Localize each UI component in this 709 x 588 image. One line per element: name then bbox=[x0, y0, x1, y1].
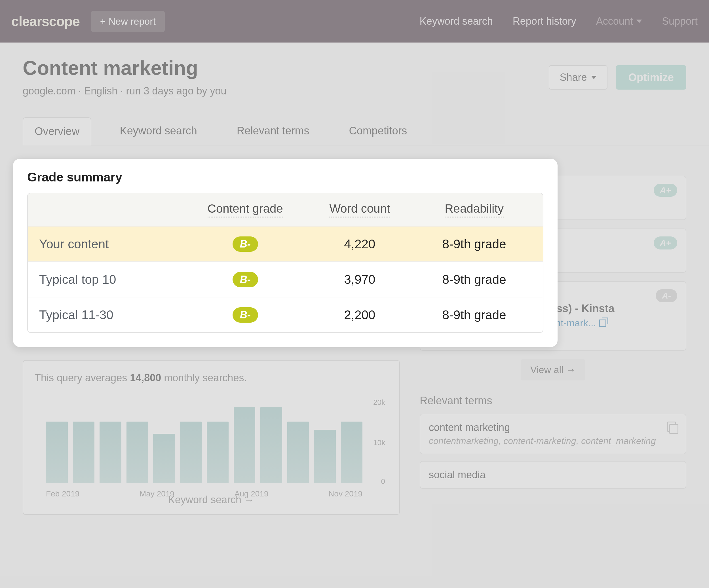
term-main: social media bbox=[429, 469, 677, 481]
chart-caption-value: 14,800 bbox=[130, 372, 161, 383]
tab-keyword-search[interactable]: Keyword search bbox=[108, 117, 208, 145]
grade-summary-title: Grade summary bbox=[27, 170, 543, 184]
y-tick: 20k bbox=[373, 398, 385, 407]
chart-bar bbox=[234, 407, 256, 483]
nav-support[interactable]: Support bbox=[662, 15, 698, 27]
row-word-count: 3,970 bbox=[303, 272, 417, 287]
table-row: Typical top 10B-3,9708-9th grade bbox=[28, 261, 543, 297]
view-all-button[interactable]: View all bbox=[521, 359, 585, 380]
chart-bar bbox=[100, 422, 122, 483]
chart-bar bbox=[180, 422, 202, 483]
chart-bar bbox=[341, 422, 363, 483]
row-word-count: 4,220 bbox=[303, 237, 417, 251]
chart-bar bbox=[260, 407, 282, 483]
col-readability[interactable]: Readability bbox=[445, 202, 504, 217]
y-tick: 0 bbox=[381, 477, 385, 486]
grade-pill: A+ bbox=[654, 236, 677, 249]
top-nav: clearscope + New report Keyword search R… bbox=[0, 0, 709, 43]
share-label: Share bbox=[559, 72, 587, 83]
grade-badge: B- bbox=[233, 272, 258, 287]
chevron-down-icon bbox=[591, 76, 597, 79]
table-row: Typical 11-30B-2,2008-9th grade bbox=[28, 297, 543, 332]
grade-badge: B- bbox=[233, 236, 258, 252]
row-grade: B- bbox=[188, 272, 303, 287]
tab-relevant-terms[interactable]: Relevant terms bbox=[226, 117, 321, 145]
meta-lang: English bbox=[84, 85, 117, 97]
col-word-count[interactable]: Word count bbox=[329, 202, 390, 217]
grade-pill: A- bbox=[656, 289, 677, 302]
chart-caption-suffix: monthly searches. bbox=[161, 372, 247, 383]
row-word-count: 2,200 bbox=[303, 308, 417, 322]
chevron-down-icon bbox=[636, 20, 642, 23]
row-readability: 8-9th grade bbox=[417, 237, 531, 251]
header-actions: Share Optimize bbox=[549, 65, 686, 89]
row-grade: B- bbox=[188, 236, 303, 252]
keyword-search-link[interactable]: Keyword search bbox=[23, 494, 399, 506]
term-alts: contentmarketing, content-marketing, con… bbox=[429, 436, 677, 446]
row-grade: B- bbox=[188, 307, 303, 323]
row-label: Your content bbox=[39, 237, 188, 251]
meta-run-age[interactable]: 3 days ago bbox=[143, 85, 193, 97]
chart-bar bbox=[73, 422, 95, 483]
col-content-grade[interactable]: Content grade bbox=[208, 202, 283, 217]
grade-summary-card: Grade summary Content grade Word count R… bbox=[13, 159, 557, 347]
nav-account[interactable]: Account bbox=[596, 15, 642, 27]
copy-icon[interactable] bbox=[667, 422, 677, 432]
new-report-button[interactable]: + New report bbox=[91, 11, 165, 32]
chart-caption-prefix: This query averages bbox=[34, 372, 130, 383]
grade-badge: B- bbox=[233, 307, 258, 323]
relevant-terms-heading: Relevant terms bbox=[420, 395, 686, 407]
table-header-row: Content grade Word count Readability bbox=[28, 193, 543, 226]
chart-bar bbox=[207, 422, 229, 483]
grade-summary-table: Content grade Word count Readability You… bbox=[27, 193, 543, 333]
tab-competitors[interactable]: Competitors bbox=[338, 117, 418, 145]
bar-chart: 20k 10k 0 Feb 2019 May 2019 Aug 2019 Nov… bbox=[46, 401, 363, 483]
chart-bar bbox=[287, 422, 309, 483]
tab-overview[interactable]: Overview bbox=[23, 117, 91, 145]
meta-domain: google.com bbox=[23, 85, 75, 97]
optimize-button[interactable]: Optimize bbox=[616, 65, 686, 89]
report-tabs: Overview Keyword search Relevant terms C… bbox=[23, 117, 709, 145]
y-tick: 10k bbox=[373, 438, 385, 447]
relevant-term-item[interactable]: content marketing contentmarketing, cont… bbox=[420, 413, 686, 454]
row-readability: 8-9th grade bbox=[417, 272, 531, 287]
row-label: Typical top 10 bbox=[39, 272, 188, 287]
nav-account-label: Account bbox=[596, 15, 633, 27]
external-link-icon bbox=[599, 320, 606, 327]
share-button[interactable]: Share bbox=[549, 65, 607, 89]
term-main: content marketing bbox=[429, 422, 677, 433]
nav-keyword-search[interactable]: Keyword search bbox=[420, 15, 493, 27]
chart-caption: This query averages 14,800 monthly searc… bbox=[34, 372, 388, 384]
chart-bar bbox=[314, 430, 336, 483]
meta-run-prefix: run bbox=[126, 85, 141, 97]
row-readability: 8-9th grade bbox=[417, 308, 531, 322]
new-report-label: New report bbox=[109, 16, 156, 27]
meta-run-suffix: by you bbox=[196, 85, 226, 97]
row-label: Typical 11-30 bbox=[39, 308, 188, 322]
nav-report-history[interactable]: Report history bbox=[513, 15, 576, 27]
brand-logo: clearscope bbox=[11, 14, 80, 29]
table-row: Your contentB-4,2208-9th grade bbox=[28, 226, 543, 261]
chart-bar bbox=[153, 434, 175, 483]
plus-icon: + bbox=[100, 16, 106, 27]
chart-bar bbox=[127, 422, 148, 483]
grade-pill: A+ bbox=[654, 184, 677, 197]
chart-bar bbox=[46, 422, 68, 483]
relevant-term-item[interactable]: social media bbox=[420, 461, 686, 489]
monthly-searches-card: This query averages 14,800 monthly searc… bbox=[23, 360, 400, 515]
